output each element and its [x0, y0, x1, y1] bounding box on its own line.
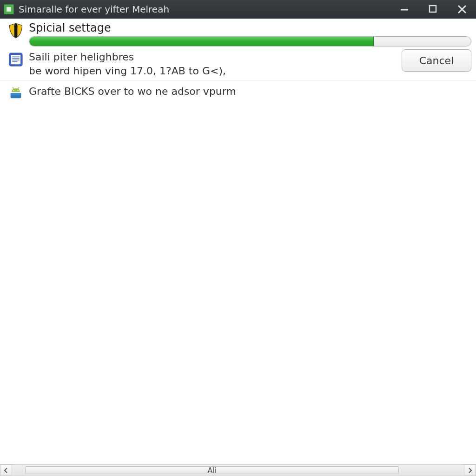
content-area: Spicial settage Saili piter helighbres b…	[0, 19, 476, 476]
cancel-button-label: Cancel	[419, 55, 454, 66]
svg-rect-18	[11, 93, 21, 95]
scroll-thumb[interactable]: Ali	[25, 466, 399, 474]
scroll-right-button[interactable]	[464, 464, 476, 476]
scroll-track[interactable]: Ali	[12, 464, 464, 476]
window-controls	[398, 3, 473, 16]
progress-heading: Spicial settage	[29, 21, 471, 34]
cancel-button[interactable]: Cancel	[402, 49, 471, 72]
status-line-1: Saili piter helighbres	[29, 50, 402, 64]
chevron-right-icon	[467, 468, 473, 473]
window-title: Simaralle for ever yifter Melreah	[19, 4, 398, 15]
svg-point-6	[14, 25, 17, 28]
maximize-button[interactable]	[427, 3, 440, 16]
progress-fill	[29, 37, 374, 46]
svg-point-14	[17, 90, 18, 91]
progress-bar	[29, 36, 471, 46]
svg-line-15	[13, 87, 13, 89]
status-line-2: be word hipen ving 17.0, 1?AB to G<),	[29, 64, 402, 78]
svg-point-13	[13, 90, 14, 91]
info-text: Grafte BICKS over to wo ne adsor vpurm	[29, 85, 471, 99]
svg-rect-0	[7, 7, 11, 12]
horizontal-scrollbar[interactable]: Ali	[0, 464, 476, 476]
scroll-thumb-label: Ali	[208, 466, 217, 475]
android-icon	[5, 85, 27, 101]
chevron-left-icon	[3, 468, 9, 473]
app-icon	[4, 4, 14, 14]
info-section: Grafte BICKS over to wo ne adsor vpurm	[0, 81, 476, 104]
status-section: Saili piter helighbres be word hipen vin…	[0, 47, 476, 81]
minimize-button[interactable]	[398, 3, 411, 16]
document-icon	[5, 49, 27, 68]
close-button[interactable]	[456, 3, 469, 16]
progress-section: Spicial settage	[0, 19, 476, 47]
scroll-left-button[interactable]	[0, 464, 12, 476]
svg-line-16	[18, 87, 19, 89]
shield-icon	[5, 21, 27, 39]
titlebar: Simaralle for ever yifter Melreah	[0, 0, 476, 19]
svg-rect-8	[11, 55, 20, 64]
